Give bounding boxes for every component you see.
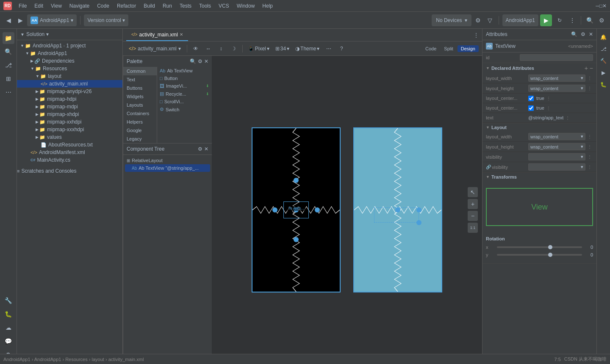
comp-tree-close-icon[interactable]: ✕ <box>204 146 208 152</box>
rotation-x-slider[interactable] <box>497 246 582 248</box>
sync-button[interactable]: ↻ <box>554 14 566 26</box>
palette-item-button[interactable]: □ Button <box>157 74 212 82</box>
menu-navigate[interactable]: Navigate <box>66 2 93 10</box>
palette-cat-containers[interactable]: Containers <box>123 109 157 118</box>
palette-close-icon[interactable]: ✕ <box>204 58 208 64</box>
transforms-section-header[interactable]: ▼ Transforms <box>482 173 596 181</box>
palette-search-icon[interactable]: 🔍 <box>190 58 196 64</box>
tree-item-dependencies[interactable]: ▶ 🔗 Dependencies <box>17 57 122 65</box>
sdk-manager-button[interactable]: ▽ <box>485 15 495 25</box>
attr-pick-layout-width[interactable]: ⋮ <box>586 75 593 82</box>
layout-section-header[interactable]: ▼ Layout <box>482 123 596 132</box>
rotation-x-thumb[interactable] <box>548 245 552 249</box>
attr-search-icon[interactable]: 🔍 <box>571 31 577 37</box>
menu-build[interactable]: Build <box>140 2 158 10</box>
palette-cat-layouts[interactable]: Layouts <box>123 101 157 109</box>
sidebar-tools-icon[interactable]: 🔧 <box>3 295 14 306</box>
layout-attr-pick-visibility[interactable]: ⋮ <box>586 154 593 160</box>
tree-item-mipmap-anydpi[interactable]: ▶ 📁 mipmap-anydpi-v26 <box>17 88 122 95</box>
palette-item-textview[interactable]: Ab Ab TextView <box>157 67 212 74</box>
zoom-button[interactable]: ⊞ 34 ▾ <box>274 44 291 54</box>
layout-attr-dropdown-height[interactable]: wrap_content ▾ <box>528 143 585 150</box>
right-sidebar-notifications-icon[interactable]: 🔔 <box>599 32 609 42</box>
tree-item-resources[interactable]: ▼ 📁 Resources <box>17 65 122 72</box>
tree-item-mipmap-xhdpi[interactable]: ▶ 📁 mipmap-xhdpi <box>17 110 122 118</box>
design-view-button[interactable]: Design <box>458 45 479 52</box>
attr-pick-text[interactable]: ⋮ <box>564 114 571 121</box>
layout-attr-dropdown-visibility[interactable]: ▾ <box>528 153 585 160</box>
zoom-in-button[interactable]: + <box>468 199 478 209</box>
declared-attrs-add-icon[interactable]: + <box>585 65 588 72</box>
right-sidebar-build-icon[interactable]: 🔨 <box>599 56 609 66</box>
layout-attr-dropdown-visibility2[interactable]: ▾ <box>528 163 585 171</box>
attr-pick-center-v[interactable]: ⋮ <box>545 105 552 111</box>
selection-dot-right[interactable] <box>315 207 320 212</box>
arrows-vertical-button[interactable]: ↕ <box>216 44 226 54</box>
sidebar-more-icon[interactable]: ⋯ <box>3 86 14 98</box>
tree-item-mainactivity[interactable]: C# MainActivity.cs <box>17 156 122 164</box>
tab-close-icon[interactable]: ✕ <box>180 32 183 37</box>
palette-cat-google[interactable]: Google <box>123 126 157 135</box>
menu-code[interactable]: Code <box>94 2 113 10</box>
sidebar-deploy-icon[interactable]: ☁ <box>3 322 14 334</box>
tree-item-values[interactable]: ▶ 📁 values <box>17 133 122 141</box>
layout-attr-pick-height[interactable]: ⋮ <box>586 143 593 150</box>
more-button[interactable]: ⋮ <box>567 15 577 25</box>
zoom-out-button[interactable]: − <box>468 211 478 221</box>
layout-attr-dropdown-width[interactable]: wrap_content ▾ <box>528 133 585 140</box>
menu-refactor[interactable]: Refactor <box>114 2 139 10</box>
run-config-selector[interactable]: AndroidApp1 <box>502 14 538 26</box>
settings-button[interactable]: ⚙ <box>596 15 607 25</box>
theme-button[interactable]: ◑ Theme ▾ <box>294 44 321 54</box>
selection-dot-top[interactable] <box>294 178 299 183</box>
sidebar-extensions-icon[interactable]: ⊞ <box>3 73 14 85</box>
menu-window[interactable]: Window <box>233 2 258 10</box>
attr-pick-layout-height[interactable]: ⋮ <box>586 85 593 92</box>
maximize-button[interactable]: □ <box>599 3 602 9</box>
sidebar-debug-icon[interactable]: 🐛 <box>3 308 14 320</box>
menu-edit[interactable]: Edit <box>31 2 47 10</box>
menu-view[interactable]: View <box>47 2 65 10</box>
selection-dot-bottom[interactable] <box>294 237 299 242</box>
tree-item-aboutresources[interactable]: 📄 AboutResources.txt <box>17 141 122 149</box>
menu-help[interactable]: Help <box>259 2 276 10</box>
file-tree-content[interactable]: ▼ 📁 AndroidApp1 · 1 project ▼ 📁 AndroidA… <box>17 40 122 364</box>
attr-settings-icon[interactable]: ⚙ <box>581 31 585 37</box>
sidebar-source-control-icon[interactable]: ⎇ <box>3 59 14 71</box>
tree-item-androidapp1[interactable]: ▼ 📁 AndroidApp1 <box>17 50 122 57</box>
sidebar-search-icon[interactable]: 🔍 <box>3 46 14 58</box>
tree-item-scratches[interactable]: ≡ Scratches and Consoles <box>17 167 122 175</box>
project-selector[interactable]: AA AndroidApp1 ▾ <box>27 14 77 26</box>
tree-item-androidmanifest[interactable]: </> AndroidManifest.xml <box>17 149 122 156</box>
run-button[interactable]: ▶ <box>540 14 552 26</box>
sidebar-project-icon[interactable]: 📁 <box>3 32 14 44</box>
rotation-y-slider[interactable] <box>497 254 582 256</box>
palette-settings-icon[interactable]: ⚙ <box>198 58 202 64</box>
layout-attr-pick-visibility2[interactable]: ⋮ <box>586 164 593 171</box>
menu-file[interactable]: File <box>15 2 30 10</box>
comp-tree-relativelayout[interactable]: ⊞ RelativeLayout <box>125 157 210 164</box>
right-sidebar-debug-icon[interactable]: 🐛 <box>599 80 609 90</box>
cursor-mode-button[interactable]: ↖ <box>468 187 478 197</box>
close-button[interactable]: ✕ <box>602 3 607 9</box>
version-control-selector[interactable]: Version control ▾ <box>84 14 128 26</box>
attr-pick-center-h[interactable]: ⋮ <box>545 95 552 102</box>
palette-item-switch[interactable]: ⚙ Switch <box>157 105 212 113</box>
menu-vcs[interactable]: VCS <box>215 2 233 10</box>
back-button[interactable]: ◀ <box>3 15 14 25</box>
tree-item-mipmap-xxhdpi[interactable]: ▶ 📁 mipmap-xxhdpi <box>17 118 122 126</box>
attr-close-icon[interactable]: ✕ <box>589 31 593 37</box>
declared-attrs-header[interactable]: ▼ Declared Attributes + − <box>482 63 596 73</box>
night-mode-button[interactable]: ☽ <box>229 44 239 54</box>
zoom-reset-button[interactable]: 1:1 <box>468 223 478 233</box>
canvas-container[interactable]: To Anth... <box>212 56 482 364</box>
sidebar-feedback-icon[interactable]: 💬 <box>3 335 14 347</box>
device-selector[interactable]: No Devices ▾ <box>432 14 471 26</box>
search-button[interactable]: 🔍 <box>585 15 595 25</box>
right-sidebar-run-icon[interactable]: ▶ <box>599 68 609 78</box>
split-view-button[interactable]: Split <box>441 45 456 52</box>
tree-item-layout[interactable]: ▼ 📁 layout <box>17 72 122 80</box>
attr-id-input[interactable] <box>520 54 593 61</box>
palette-cat-common[interactable]: Common <box>123 67 157 75</box>
menu-tools[interactable]: Tools <box>196 2 214 10</box>
